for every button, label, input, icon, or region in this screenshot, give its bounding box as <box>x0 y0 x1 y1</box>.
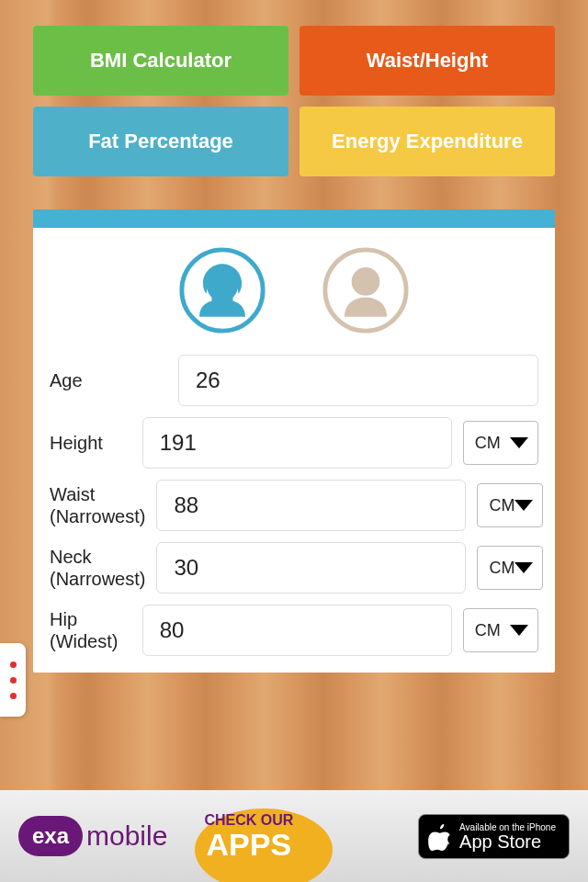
unit-waist[interactable]: CM <box>477 483 543 527</box>
exa-pill: exa <box>18 816 83 856</box>
calculator-tabs: BMI Calculator Waist/Height Fat Percenta… <box>0 0 588 176</box>
input-hip[interactable] <box>142 605 452 656</box>
unit-height-value: CM <box>475 434 501 453</box>
chevron-down-icon <box>510 625 528 636</box>
apple-icon <box>428 824 452 852</box>
unit-waist-value: CM <box>489 496 514 515</box>
unit-hip[interactable]: CM <box>463 608 538 652</box>
chevron-down-icon <box>514 562 533 573</box>
tab-energy-expenditure[interactable]: Energy Expenditure <box>300 107 555 176</box>
unit-height[interactable]: CM <box>463 421 538 465</box>
row-age: Age <box>50 355 538 406</box>
input-neck[interactable] <box>156 542 466 594</box>
tab-bmi[interactable]: BMI Calculator <box>33 26 288 96</box>
dot-icon <box>10 677 17 684</box>
gender-male-icon[interactable] <box>322 246 410 334</box>
appstore-small-text: Available on the iPhone <box>459 822 556 832</box>
input-waist[interactable] <box>156 480 466 531</box>
label-neck: Neck (Narrowest) <box>50 546 145 590</box>
apps-text: APPS <box>204 829 293 860</box>
ad-banner[interactable]: exa mobile CHECK OUR APPS Available on t… <box>0 790 588 882</box>
gender-female-icon[interactable] <box>178 246 266 334</box>
app-store-badge[interactable]: Available on the iPhone App Store <box>418 814 570 859</box>
dot-icon <box>10 662 17 668</box>
chevron-down-icon <box>510 437 528 448</box>
input-card: Age Height CM Waist (Narrowest) CM Neck … <box>33 209 555 673</box>
row-height: Height CM <box>50 417 538 469</box>
unit-neck-value: CM <box>489 559 514 578</box>
appstore-big-text: App Store <box>459 832 556 851</box>
tab-waist-height[interactable]: Waist/Height <box>300 26 555 96</box>
chevron-down-icon <box>514 500 533 511</box>
dot-icon <box>10 693 17 699</box>
label-hip: Hip (Widest) <box>50 608 131 652</box>
exa-mobile-logo: exa mobile <box>18 816 167 856</box>
svg-point-2 <box>352 267 380 296</box>
gender-selector <box>50 246 538 334</box>
input-age[interactable] <box>178 355 538 406</box>
label-age: Age <box>50 369 167 391</box>
row-waist: Waist (Narrowest) CM <box>50 480 538 531</box>
row-neck: Neck (Narrowest) CM <box>50 542 538 594</box>
side-drawer-handle[interactable] <box>0 643 26 717</box>
unit-hip-value: CM <box>475 621 501 640</box>
mobile-text: mobile <box>86 820 167 852</box>
check-apps-badge: CHECK OUR APPS <box>204 812 293 860</box>
label-waist: Waist (Narrowest) <box>50 483 145 527</box>
row-hip: Hip (Widest) CM <box>50 605 538 656</box>
label-height: Height <box>50 432 131 454</box>
tab-fat-percentage[interactable]: Fat Percentage <box>33 107 288 176</box>
input-height[interactable] <box>142 417 452 469</box>
unit-neck[interactable]: CM <box>477 546 543 590</box>
